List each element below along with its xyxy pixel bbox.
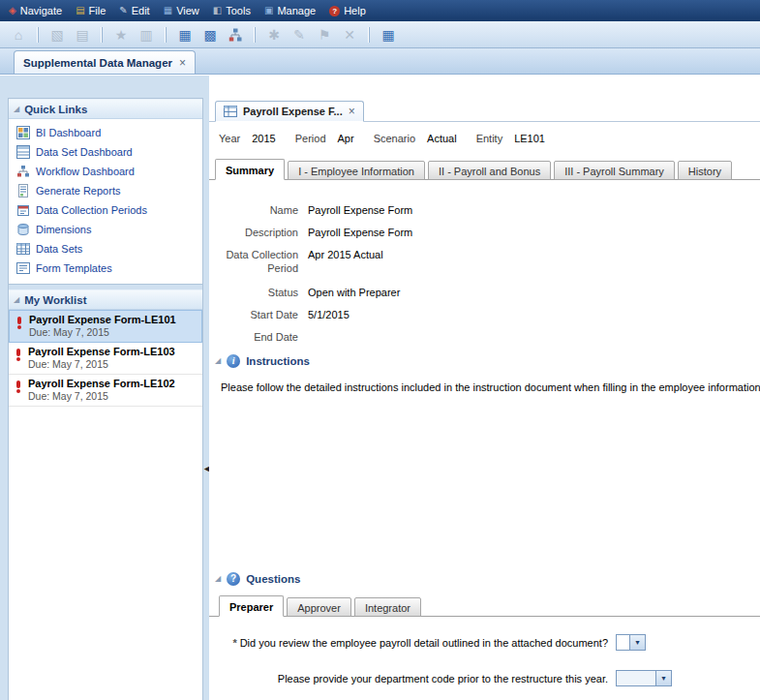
tab-employee-information[interactable]: I - Employee Information — [288, 161, 425, 180]
menu-file[interactable]: ▤ File — [71, 0, 114, 21]
new-document-icon[interactable]: ✱ — [263, 24, 285, 46]
pov-entity: EntityLE101 — [476, 133, 545, 144]
toolbar-separator — [37, 27, 39, 43]
generate-reports-icon — [16, 184, 30, 198]
field-value: Payroll Expense Form — [308, 203, 412, 217]
menu-view[interactable]: ▦ View — [159, 0, 208, 21]
tab-preparer[interactable]: Preparer — [219, 595, 284, 617]
tab-history[interactable]: History — [678, 161, 732, 180]
pov-year: Year2015 — [219, 133, 276, 144]
quick-link-workflow-dashboard[interactable]: Workflow Dashboard — [9, 162, 202, 181]
dropdown-arrow-icon[interactable]: ▼ — [629, 635, 645, 650]
bi-dashboard-toolbar-icon[interactable]: ▦ — [174, 24, 196, 46]
field-value: Apr 2015 Actual — [308, 248, 383, 275]
question-label: Did you review the employee payroll deta… — [240, 637, 608, 649]
questions-header[interactable]: ◢ ? Questions — [209, 570, 760, 588]
disclosure-icon: ◢ — [14, 296, 19, 304]
overdue-icon — [15, 380, 22, 395]
toolbar: ⌂ ▧ ▤ ★ ▥ ▦ ▩ ✱ ✎ ⚑ ✕ ▦ — [0, 21, 760, 48]
favorites-icon[interactable]: ★ — [110, 24, 132, 46]
close-icon[interactable]: × — [349, 105, 355, 118]
documents-icon[interactable]: ▤ — [72, 24, 93, 46]
menu-help[interactable]: ? Help — [324, 0, 375, 21]
question-label: Please provide your department code prio… — [278, 673, 608, 685]
field-label: Data Collection Period — [209, 248, 308, 275]
worklist-item-due: Due: May 7, 2015 — [29, 326, 198, 338]
worklist-item-due: Due: May 7, 2015 — [28, 390, 198, 402]
field-value: Payroll Expense Form — [308, 226, 412, 239]
field-name: Name Payroll Expense Form — [209, 203, 760, 217]
tab-payroll-summary[interactable]: III - Payroll Summary — [554, 161, 675, 180]
quick-links-header[interactable]: ◢ Quick Links — [9, 99, 202, 119]
bi-dashboard-icon — [16, 126, 30, 139]
dataset-dashboard-toolbar-icon[interactable]: ▩ — [199, 24, 221, 46]
worklist-item-due: Due: May 7, 2015 — [28, 358, 198, 370]
tab-payroll-expense-form[interactable]: Payroll Expense F... × — [215, 101, 364, 122]
field-data-collection-period: Data Collection Period Apr 2015 Actual — [209, 248, 760, 275]
manage-menu-icon: ▣ — [264, 6, 273, 15]
form-region: Payroll Expense F... × Year2015 PeriodAp… — [209, 76, 760, 700]
quick-link-label: Data Collection Periods — [36, 204, 147, 216]
dropdown-arrow-icon[interactable]: ▼ — [655, 671, 671, 685]
explore-icon[interactable]: ▧ — [46, 24, 68, 46]
question-text: *Did you review the employee payroll det… — [209, 637, 608, 649]
disclosure-icon: ◢ — [215, 357, 221, 365]
menu-navigate[interactable]: ◈ Navigate — [4, 0, 71, 21]
home-icon[interactable]: ⌂ — [8, 24, 29, 46]
disclosure-icon: ◢ — [215, 575, 221, 583]
quick-link-label: Workflow Dashboard — [36, 166, 135, 177]
tab-approver[interactable]: Approver — [287, 597, 351, 617]
questions-section: ◢ ? Questions Preparer Approver Integrat… — [209, 564, 760, 686]
quick-link-label: BI Dashboard — [36, 127, 101, 138]
question-2-dropdown[interactable]: ▼ — [616, 670, 672, 686]
print-icon[interactable]: ▥ — [136, 24, 157, 46]
delete-icon[interactable]: ✕ — [339, 24, 360, 46]
field-label: Name — [209, 203, 308, 217]
workflow-toolbar-icon[interactable] — [225, 24, 246, 46]
tab-supplemental-data-manager[interactable]: Supplemental Data Manager × — [14, 50, 196, 74]
my-worklist-header[interactable]: ◢ My Worklist — [9, 289, 202, 310]
quick-link-data-collection-periods[interactable]: Data Collection Periods — [9, 200, 202, 220]
tab-integrator[interactable]: Integrator — [354, 597, 421, 617]
question-1-dropdown[interactable]: ▼ — [616, 634, 646, 651]
menu-manage[interactable]: ▣ Manage — [259, 0, 324, 21]
question-row: Please provide your department code prio… — [209, 670, 760, 686]
worklist-item[interactable]: Payroll Expense Form-LE103 Due: May 7, 2… — [9, 343, 202, 375]
quick-link-label: Generate Reports — [36, 185, 120, 197]
close-icon[interactable]: × — [179, 56, 186, 70]
quick-link-data-set-dashboard[interactable]: Data Set Dashboard — [9, 142, 202, 162]
instructions-header[interactable]: ◢ i Instructions — [209, 352, 760, 370]
dropdown-value — [617, 635, 629, 650]
field-label: Status — [209, 286, 308, 299]
form-tabs: Summary I - Employee Information II - Pa… — [209, 159, 760, 180]
pov-label: Scenario — [374, 133, 415, 144]
pov-value: 2015 — [252, 133, 275, 144]
data-table-icon[interactable]: ▦ — [378, 24, 399, 46]
left-panel: ◢ Quick Links BI Dashboard Data Set Dash… — [8, 98, 203, 700]
edit-icon[interactable]: ✎ — [289, 24, 310, 46]
quick-link-data-sets[interactable]: Data Sets — [9, 239, 202, 259]
content-area: ◢ Quick Links BI Dashboard Data Set Dash… — [0, 76, 760, 700]
info-icon: i — [227, 354, 240, 368]
quick-link-form-templates[interactable]: Form Templates — [9, 259, 202, 278]
toolbar-separator — [165, 27, 167, 43]
pov-label: Entity — [476, 133, 503, 144]
menu-tools[interactable]: ◧ Tools — [208, 0, 259, 21]
pov-value: Apr — [338, 133, 354, 144]
menu-label: Manage — [277, 5, 316, 16]
worklist-item[interactable]: Payroll Expense Form-LE102 Due: May 7, 2… — [9, 375, 202, 407]
tab-payroll-and-bonus[interactable]: II - Payroll and Bonus — [428, 161, 551, 180]
flag-icon[interactable]: ⚑ — [314, 24, 335, 46]
tab-summary[interactable]: Summary — [215, 159, 285, 180]
section-title: Questions — [246, 573, 300, 585]
menu-edit[interactable]: ✎ Edit — [114, 0, 158, 21]
quick-link-generate-reports[interactable]: Generate Reports — [9, 181, 202, 200]
pov-scenario: ScenarioActual — [374, 133, 457, 144]
dimensions-icon — [16, 223, 30, 236]
quick-link-dimensions[interactable]: Dimensions — [9, 220, 202, 239]
menu-label: Edit — [132, 5, 150, 16]
quick-link-bi-dashboard[interactable]: BI Dashboard — [9, 123, 202, 142]
worklist-item[interactable]: Payroll Expense Form-LE101 Due: May 7, 2… — [9, 310, 202, 343]
field-label: End Date — [209, 330, 308, 344]
toolbar-separator — [101, 27, 103, 43]
